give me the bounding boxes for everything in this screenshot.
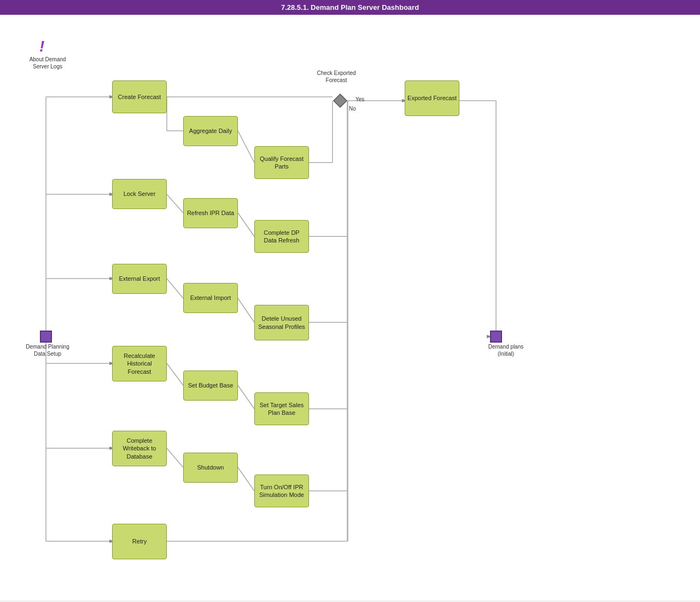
svg-line-18 xyxy=(167,279,183,298)
node-shutdown[interactable]: Shutdown xyxy=(183,453,238,483)
node-lock-server[interactable]: Lock Server xyxy=(112,179,167,209)
node-external-export[interactable]: External Export xyxy=(112,264,167,294)
title-text: 7.28.5.1. Demand Plan Server Dashboard xyxy=(281,3,419,11)
demand-plans-label: Demand plans (Initial) xyxy=(481,343,530,357)
node-external-import[interactable]: External Import xyxy=(183,283,238,313)
main-container: ! About Demand Server Logs Check Exporte… xyxy=(0,15,700,600)
svg-line-11 xyxy=(238,131,254,163)
decision-check-exported xyxy=(332,93,348,108)
node-create-forecast[interactable]: Create Forecast xyxy=(112,80,167,113)
node-turn-on-off[interactable]: Turn On/Off IPR Simulation Mode xyxy=(254,474,309,507)
svg-line-19 xyxy=(238,298,254,322)
node-complete-writeback[interactable]: Complete Writeback to Database xyxy=(112,431,167,466)
node-set-budget-base[interactable]: Set Budget Base xyxy=(183,371,238,401)
svg-line-26 xyxy=(167,448,183,467)
title-bar: 7.28.5.1. Demand Plan Server Dashboard xyxy=(0,0,700,15)
node-aggregate-daily[interactable]: Aggregate Daily xyxy=(183,116,238,146)
node-delete-unused[interactable]: Detele Unused Seasonal Profiles xyxy=(254,305,309,340)
terminal-demand-plans-output xyxy=(490,331,502,343)
check-exported-label: Check Exported Forecast xyxy=(314,70,358,84)
about-logs-label[interactable]: About Demand Server Logs xyxy=(23,56,72,70)
about-logs-icon[interactable]: ! xyxy=(39,38,44,55)
node-set-target-sales[interactable]: Set Target Sales Plan Base xyxy=(254,392,309,425)
svg-marker-45 xyxy=(334,94,347,107)
node-retry[interactable]: Retry xyxy=(112,524,167,559)
svg-line-15 xyxy=(238,213,254,236)
node-qualify-forecast-parts[interactable]: Qualify Forecast Parts xyxy=(254,146,309,179)
flowlines xyxy=(0,15,700,600)
node-complete-dp-data-refresh[interactable]: Complete DP Data Refresh xyxy=(254,220,309,253)
svg-line-14 xyxy=(167,194,183,213)
svg-line-22 xyxy=(167,363,183,385)
terminal-demand-planning-label: Demand Planning Data Setup xyxy=(23,343,72,357)
no-label: No xyxy=(349,105,356,112)
yes-label: Yes xyxy=(355,96,364,103)
svg-line-27 xyxy=(238,467,254,491)
svg-line-23 xyxy=(238,385,254,409)
node-exported-forecast[interactable]: Exported Forecast xyxy=(405,80,459,116)
node-recalc-historical[interactable]: Recalculate Historical Forecast xyxy=(112,346,167,381)
node-refresh-ipr[interactable]: Refresh IPR Data xyxy=(183,198,238,228)
terminal-demand-planning-setup xyxy=(40,331,52,343)
